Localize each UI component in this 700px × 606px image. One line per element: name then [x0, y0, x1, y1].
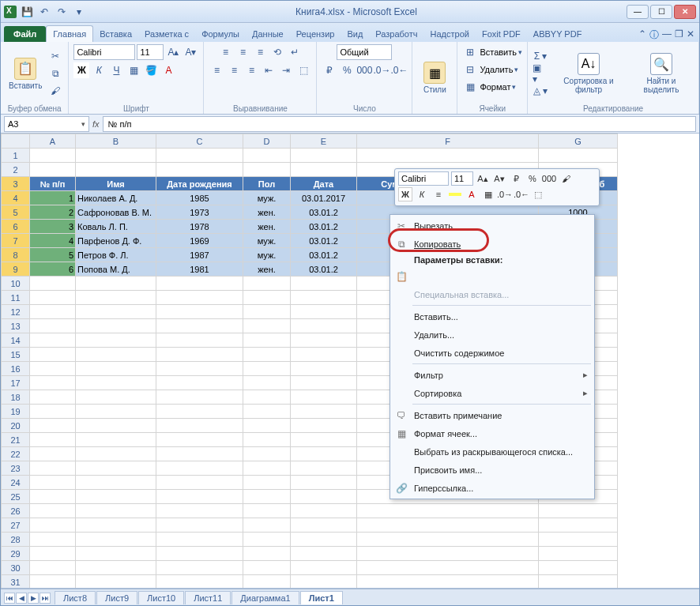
empty-cell[interactable]	[291, 419, 357, 433]
empty-cell[interactable]	[243, 575, 291, 589]
empty-cell[interactable]	[243, 149, 291, 163]
decrease-font-button[interactable]: A▾	[183, 44, 198, 60]
menu-delete[interactable]: Удалить...	[390, 326, 594, 344]
number-format-select[interactable]	[337, 44, 392, 60]
empty-cell[interactable]	[156, 348, 243, 362]
row-header[interactable]: 27	[2, 518, 30, 533]
tab-file[interactable]: Файл	[4, 26, 46, 42]
align-left-button[interactable]: ≡	[209, 62, 224, 78]
empty-cell[interactable]	[243, 547, 291, 561]
table-cell[interactable]: 1	[30, 191, 76, 205]
empty-cell[interactable]	[76, 305, 156, 319]
empty-cell[interactable]	[76, 277, 156, 291]
empty-cell[interactable]	[156, 518, 243, 533]
menu-pick-list[interactable]: Выбрать из раскрывающегося списка...	[390, 442, 594, 461]
sheet-nav-prev-icon[interactable]: ◀	[16, 593, 27, 604]
empty-cell[interactable]	[30, 433, 76, 447]
cells-delete-icon[interactable]: ⊟	[462, 62, 478, 77]
empty-cell[interactable]	[76, 390, 156, 405]
sheet-tab[interactable]: Диаграмма1	[231, 591, 299, 604]
row-header[interactable]: 29	[2, 547, 30, 561]
table-header-cell[interactable]: Дата	[291, 177, 357, 191]
col-header[interactable]: C	[156, 134, 243, 149]
empty-cell[interactable]	[156, 362, 243, 376]
empty-cell[interactable]	[243, 433, 291, 447]
table-cell[interactable]: Коваль Л. П.	[76, 220, 156, 234]
help-icon[interactable]: ⓘ	[649, 28, 659, 42]
table-cell[interactable]: Николаев А. Д.	[76, 191, 156, 205]
empty-cell[interactable]	[291, 547, 357, 561]
row-header[interactable]: 1	[2, 149, 30, 163]
table-cell[interactable]: 03.01.2	[291, 248, 357, 262]
mini-inc-dec-icon[interactable]: .0→	[498, 187, 512, 201]
empty-cell[interactable]	[357, 575, 539, 589]
table-cell[interactable]: 1985	[156, 191, 243, 205]
empty-cell[interactable]	[243, 333, 291, 348]
col-header[interactable]: G	[539, 134, 618, 149]
menu-insert-comment[interactable]: 🗨Вставить примечание	[390, 406, 594, 424]
empty-cell[interactable]	[291, 433, 357, 447]
empty-cell[interactable]	[156, 433, 243, 447]
empty-cell[interactable]	[243, 277, 291, 291]
tab-view[interactable]: Вид	[341, 26, 369, 42]
empty-cell[interactable]	[30, 277, 76, 291]
align-bottom-button[interactable]: ≡	[252, 44, 268, 60]
empty-cell[interactable]	[156, 419, 243, 433]
table-cell[interactable]: 1981	[156, 262, 243, 277]
col-header[interactable]: E	[291, 134, 357, 149]
empty-cell[interactable]	[243, 376, 291, 390]
tab-page-layout[interactable]: Разметка с	[138, 26, 195, 42]
table-cell[interactable]: муж.	[243, 234, 291, 248]
currency-button[interactable]: ₽	[322, 62, 337, 78]
tab-data[interactable]: Данные	[246, 26, 290, 42]
row-header[interactable]: 8	[2, 248, 30, 262]
increase-decimal-button[interactable]: .0→	[374, 62, 390, 78]
table-cell[interactable]: 03.01.2017	[291, 191, 357, 205]
empty-cell[interactable]	[30, 490, 76, 504]
empty-cell[interactable]	[156, 291, 243, 305]
empty-cell[interactable]	[243, 405, 291, 419]
empty-cell[interactable]	[76, 163, 156, 177]
doc-close-icon[interactable]: ✕	[687, 28, 694, 42]
empty-cell[interactable]	[291, 348, 357, 362]
table-cell[interactable]: жен.	[243, 220, 291, 234]
mini-dec-dec-icon[interactable]: .0←	[514, 187, 529, 201]
decrease-indent-button[interactable]: ⇤	[261, 62, 277, 78]
empty-cell[interactable]	[291, 376, 357, 390]
tab-addins[interactable]: Надстрой	[424, 26, 476, 42]
empty-cell[interactable]	[291, 461, 357, 476]
table-cell[interactable]: 1969	[156, 234, 243, 248]
row-header[interactable]: 24	[2, 476, 30, 490]
empty-cell[interactable]	[156, 575, 243, 589]
empty-cell[interactable]	[291, 291, 357, 305]
empty-cell[interactable]	[76, 490, 156, 504]
decrease-decimal-button[interactable]: .0←	[391, 62, 407, 78]
row-header[interactable]: 12	[2, 305, 30, 319]
sheet-tab-active[interactable]: Лист1	[300, 591, 343, 604]
table-cell[interactable]: 5	[30, 248, 76, 262]
sheet-nav-last-icon[interactable]: ⏭	[40, 593, 51, 604]
table-cell[interactable]: 03.01.2	[291, 220, 357, 234]
empty-cell[interactable]	[156, 405, 243, 419]
table-cell[interactable]: Сафроновав В. М.	[76, 205, 156, 220]
empty-cell[interactable]	[30, 533, 76, 547]
font-color-button[interactable]: A	[160, 62, 176, 78]
table-cell[interactable]: 1978	[156, 220, 243, 234]
styles-button[interactable]: ▦ Стили	[417, 60, 452, 96]
mini-currency-icon[interactable]: ₽	[509, 171, 523, 186]
mini-font-name[interactable]	[398, 171, 449, 186]
save-button[interactable]: 💾	[20, 5, 34, 19]
empty-cell[interactable]	[357, 149, 539, 163]
empty-cell[interactable]	[357, 518, 539, 533]
empty-cell[interactable]	[76, 376, 156, 390]
empty-cell[interactable]	[243, 533, 291, 547]
empty-cell[interactable]	[30, 447, 76, 461]
row-header[interactable]: 17	[2, 376, 30, 390]
align-right-button[interactable]: ≡	[243, 62, 259, 78]
row-header[interactable]: 6	[2, 220, 30, 234]
empty-cell[interactable]	[76, 149, 156, 163]
row-header[interactable]: 25	[2, 490, 30, 504]
maximize-button[interactable]: ☐	[650, 5, 672, 19]
row-header[interactable]: 5	[2, 205, 30, 220]
menu-filter[interactable]: Фильтр▸	[390, 366, 594, 384]
